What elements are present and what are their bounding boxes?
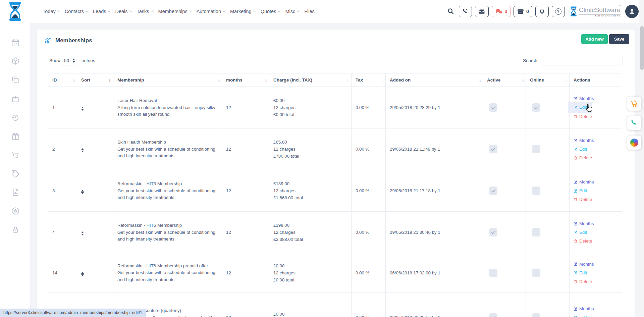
nav-tasks[interactable]: Tasks	[136, 7, 154, 15]
save-button[interactable]: Save	[609, 34, 629, 44]
chat-notifications-button[interactable]: 3	[492, 6, 511, 17]
months-link[interactable]: Months	[574, 221, 594, 226]
membership-name: Reformaskin - HIT6 Membership prepaid of…	[117, 262, 218, 269]
search-icon[interactable]	[447, 8, 454, 15]
online-checkbox[interactable]	[532, 145, 540, 153]
col-header-tax[interactable]: Tax	[352, 73, 386, 87]
active-checkbox[interactable]	[489, 313, 497, 317]
brand-name: ClinicSoftware	[579, 6, 621, 13]
edit-link[interactable]: Edit	[574, 315, 587, 317]
col-header-charge[interactable]: Charge (Incl. TAX)	[269, 73, 352, 87]
calendar-download-icon[interactable]	[11, 95, 20, 103]
sort-handle-icon[interactable]	[81, 107, 84, 111]
months-link[interactable]: Months	[574, 306, 594, 311]
calendar-icon[interactable]: 12	[11, 38, 20, 47]
edit-link[interactable]: Edit	[574, 105, 587, 110]
phone-button[interactable]	[459, 6, 472, 17]
months-link[interactable]: Months	[574, 262, 594, 267]
nav-quotes[interactable]: Quotes	[260, 7, 281, 15]
floating-sphere-button[interactable]	[627, 136, 641, 150]
delete-link[interactable]: Delete	[574, 155, 592, 160]
floating-cart-button[interactable]	[627, 97, 641, 111]
nav-memberships-label: Memberships	[158, 9, 187, 14]
col-header-id[interactable]: ID	[48, 73, 77, 87]
nav-leads[interactable]: Leads	[92, 7, 111, 15]
sort-handle-icon[interactable]	[81, 272, 84, 276]
cell-tax: 0.00 %	[352, 253, 386, 293]
active-checkbox[interactable]	[489, 145, 497, 153]
register-button[interactable]: 0	[514, 6, 532, 17]
scrollbar-thumb[interactable]	[640, 26, 644, 70]
notifications-button[interactable]	[535, 6, 549, 17]
nav-marketing[interactable]: Marketing	[229, 7, 256, 15]
vertical-scrollbar[interactable]	[639, 0, 644, 317]
edit-link[interactable]: Edit	[574, 147, 587, 152]
inbox-button[interactable]	[475, 6, 489, 17]
user-avatar[interactable]	[625, 5, 639, 18]
chat-count-badge: 3	[504, 9, 507, 14]
report-icon[interactable]	[11, 188, 20, 197]
months-link[interactable]: Months	[574, 96, 594, 101]
online-checkbox[interactable]	[532, 103, 540, 112]
main-menu: Today Contacts Leads Deals Tasks Members…	[42, 0, 315, 23]
clinicsoftware-hourglass-logo[interactable]	[7, 2, 23, 21]
phone-icon	[631, 119, 638, 127]
nav-memberships[interactable]: Memberships	[158, 7, 192, 15]
edit-link[interactable]: Edit	[574, 230, 587, 235]
col-header-added-on[interactable]: Added on	[386, 73, 483, 87]
select-arrows-icon	[72, 59, 75, 63]
active-checkbox[interactable]	[489, 103, 497, 112]
months-link[interactable]: Months	[574, 138, 594, 143]
edit-link[interactable]: Edit	[574, 188, 587, 193]
delete-link[interactable]: Delete	[574, 279, 592, 284]
delete-link[interactable]: Delete	[574, 197, 592, 202]
sort-handle-icon[interactable]	[81, 231, 84, 235]
nav-automation-label: Automation	[197, 9, 221, 14]
col-header-active[interactable]: Active	[483, 73, 526, 87]
nav-deals[interactable]: Deals	[114, 7, 132, 15]
online-checkbox[interactable]	[532, 187, 540, 195]
chevron-down-icon	[57, 9, 60, 12]
col-header-online[interactable]: Online	[526, 73, 570, 87]
history-icon[interactable]	[11, 113, 20, 122]
edit-link[interactable]: Edit	[574, 270, 587, 275]
copy-icon[interactable]	[11, 75, 20, 84]
delete-link[interactable]: Delete	[574, 114, 592, 119]
sort-handle-icon[interactable]	[81, 190, 84, 194]
price-tag-icon[interactable]	[11, 169, 20, 178]
col-header-months[interactable]: months	[222, 73, 269, 87]
link-target-statusbar: https://server3.clinicsoftware.com/admin…	[0, 309, 146, 317]
months-link[interactable]: Months	[574, 179, 594, 184]
user-lock-icon[interactable]	[11, 207, 20, 215]
page-size-select[interactable]: 50	[60, 56, 78, 65]
lock-icon[interactable]	[11, 225, 20, 234]
nav-automation[interactable]: Automation	[196, 7, 226, 15]
table-header-row: ID Sort Membership months Charge (Incl. …	[48, 73, 622, 87]
cell-months: 12	[222, 253, 269, 293]
search-input[interactable]	[541, 56, 623, 65]
cart-icon[interactable]	[11, 151, 20, 159]
page-title: Memberships	[55, 37, 92, 44]
help-button[interactable]	[552, 6, 565, 17]
chevron-down-icon	[253, 9, 256, 12]
col-header-membership[interactable]: Membership	[113, 73, 222, 87]
floating-phone-button[interactable]	[627, 116, 641, 130]
delete-link[interactable]: Delete	[574, 239, 592, 244]
online-checkbox[interactable]	[532, 269, 540, 277]
active-checkbox[interactable]	[489, 269, 497, 277]
nav-files[interactable]: Files	[304, 7, 315, 15]
nav-contacts[interactable]: Contacts	[64, 7, 89, 15]
nav-misc[interactable]: Misc	[284, 7, 300, 15]
nav-today[interactable]: Today	[42, 7, 60, 15]
active-checkbox[interactable]	[489, 228, 497, 236]
sort-handle-icon[interactable]	[81, 148, 84, 152]
online-checkbox[interactable]	[532, 313, 540, 317]
edit-note-icon	[574, 139, 578, 143]
col-header-sort[interactable]: Sort	[77, 73, 113, 87]
gift-icon[interactable]	[11, 132, 20, 141]
add-new-button[interactable]: Add new	[581, 34, 608, 44]
online-checkbox[interactable]	[532, 228, 540, 236]
package-icon[interactable]	[11, 57, 20, 65]
clinicsoftware-brand-logo[interactable]: ClinicSoftware .com TEN STEPS AHEAD	[570, 6, 621, 17]
active-checkbox[interactable]	[489, 187, 497, 195]
